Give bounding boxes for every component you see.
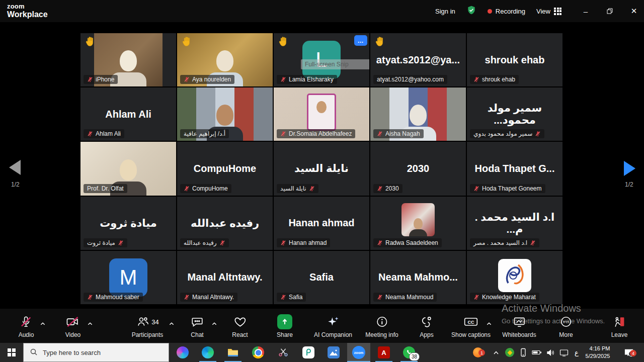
participant-tile-2030[interactable]: 20302030	[370, 142, 466, 195]
orange-dot-icon: 1	[473, 347, 483, 357]
sparkle-icon	[326, 314, 340, 329]
taskbar-snipping-tool-button[interactable]	[272, 343, 295, 362]
toolbar-show-captions-button[interactable]: CCShow captions	[451, 314, 491, 338]
taskbar-acrobat-button[interactable]: A	[372, 343, 395, 362]
participant-tile-compuhome[interactable]: CompuHomeCompuHome	[177, 142, 273, 195]
participant-label-text: atyat.s2012@yahoo.com	[377, 76, 444, 83]
toolbar-ai-companion-button[interactable]: AI Companion	[314, 314, 352, 338]
participant-label-text: أ.د/ إبراهيم عافية	[184, 130, 225, 137]
toolbar-audio-caret[interactable]	[40, 319, 46, 328]
start-button[interactable]	[0, 343, 23, 362]
tray-notification-orange[interactable]: 1	[470, 343, 486, 362]
participant-tile-safia[interactable]: SafiaSafia	[274, 251, 369, 304]
tray-clock[interactable]: 4:16 PM5/29/2025	[586, 345, 610, 360]
participant-tile-ahlam-ali[interactable]: Ahlam AliAhlam Ali	[80, 87, 176, 141]
taskbar-copilot-button[interactable]	[171, 343, 194, 362]
participant-tile-shrouk-ehab[interactable]: shrouk ehabshrouk ehab	[467, 33, 562, 86]
toolbar-whiteboards-button[interactable]: Whiteboards	[502, 314, 536, 338]
restore-button[interactable]	[605, 6, 615, 16]
previous-page-arrow[interactable]	[9, 160, 21, 175]
view-button[interactable]: View	[536, 8, 561, 15]
participant-label: Radwa Saadeldeen	[373, 238, 442, 247]
leave-icon	[612, 314, 626, 329]
taskbar-whatsapp-badge: 38	[409, 352, 420, 361]
participant-label: Lamia Elsharaky	[277, 75, 337, 84]
participant-tile-mayada-tharwat[interactable]: ميادة ثروتميادة ثروت	[80, 197, 176, 250]
language-indicator: ع	[575, 349, 579, 356]
participant-tile-rafida-abdallah[interactable]: رفيده عبداللهرفيده عبدالله	[177, 197, 273, 250]
toolbar-participants-button[interactable]: 34Participants	[132, 314, 164, 338]
participant-tile-somaia-abdelhafeez[interactable]: Dr.Somaia Abdelhafeez	[274, 87, 369, 141]
participant-label: رفيده عبدالله	[180, 238, 229, 247]
search-icon	[30, 348, 38, 357]
participant-label-text: Manal Altntawy.	[192, 294, 234, 301]
tile-options-button[interactable]: …	[354, 35, 367, 46]
toolbar-apps-button[interactable]: Apps	[420, 314, 433, 338]
participant-label: أ.د/ إبراهيم عافية	[180, 129, 229, 138]
minimize-button[interactable]: –	[581, 6, 591, 16]
participant-tile-hanan-ahmad[interactable]: Hanan ahmadHanan ahmad	[274, 197, 369, 250]
toolbar-participants-caret[interactable]	[169, 319, 175, 328]
toolbar-more-button[interactable]: More	[559, 314, 573, 338]
participant-tile-radwa-saadeldeen[interactable]: Radwa Saadeldeen	[370, 197, 466, 250]
toolbar-video-caret[interactable]	[88, 319, 93, 328]
antivirus-icon	[505, 348, 514, 357]
participant-tile-samir-mawlid[interactable]: سمير مولد محمود...سمير مولد محمود بدوي	[467, 87, 562, 141]
participant-tile-lamia-elsharaky[interactable]: L…Full-screen SnipLamia Elsharaky	[274, 33, 369, 86]
toolbar-show-captions-caret[interactable]	[487, 319, 492, 328]
taskbar-photos-button[interactable]	[322, 343, 345, 362]
close-button[interactable]: ✕	[629, 6, 639, 16]
participant-tile-atyat[interactable]: atyat.s2012@ya...atyat.s2012@yahoo.com	[370, 33, 466, 86]
muted-mic-icon	[377, 186, 383, 192]
tray-clock[interactable]: 4:16 PM5/29/2025	[579, 343, 617, 362]
participant-label: ميادة ثروت	[84, 238, 127, 247]
taskbar-edge-button[interactable]	[196, 343, 219, 362]
toolbar-meeting-info-button[interactable]: Meeting info	[365, 314, 398, 338]
participant-label-text: iPhone	[96, 76, 114, 83]
participant-tile-aya-nourelden[interactable]: Aya nourelden	[177, 33, 273, 86]
info-icon	[375, 314, 388, 329]
participant-tile-naila-elsayed[interactable]: نايلة السيدنايلة السيد	[274, 142, 369, 195]
taskbar-padlet-button[interactable]	[297, 343, 320, 362]
toolbar-audio-button[interactable]: Audio	[19, 314, 34, 338]
taskbar-zoom-button[interactable]: zoom	[347, 343, 370, 362]
taskbar-chrome-button[interactable]	[247, 343, 270, 362]
participant-label: Mahmoud saber	[84, 293, 143, 302]
participant-tile-knowledge-maharat[interactable]: Knowledge Maharat	[467, 251, 562, 304]
toolbar-chat-caret[interactable]	[212, 319, 217, 328]
participant-tile-elsayed-mohamed[interactable]: ا.د السيد محمد . م...ا.د السيد محمد . مص…	[467, 197, 562, 250]
taskbar-search-input[interactable]: Type here to search	[23, 343, 169, 362]
next-page-arrow[interactable]	[624, 161, 635, 176]
notification-icon: 44	[623, 348, 634, 357]
taskbar-file-explorer-button[interactable]	[221, 343, 245, 362]
participant-tile-manal-altntawy[interactable]: Manal Altntawy.Manal Altntawy.	[177, 251, 273, 304]
participant-tile-iphone[interactable]: iPhone	[80, 33, 176, 86]
participant-tile-prof-olfat[interactable]: Prof. Dr. Olfat	[80, 142, 176, 195]
participant-gallery: iPhoneAya noureldenL…Full-screen SnipLam…	[80, 33, 562, 304]
toolbar-chat-button[interactable]: Chat	[191, 314, 204, 338]
participant-tile-aisha-nagah[interactable]: Aisha Nagah	[370, 87, 466, 141]
toolbar-video-button[interactable]: Video	[65, 314, 80, 338]
participant-label: Aisha Nagah	[373, 129, 424, 138]
toolbar-leave-button[interactable]: Leave	[611, 314, 628, 338]
toolbar-share-button[interactable]: Share	[277, 314, 293, 338]
toolbar-react-button[interactable]: React	[232, 314, 248, 338]
muted-mic-icon	[280, 240, 286, 246]
participant-tile-hoda-thapet[interactable]: Hoda Thapet G...Hoda Thapet Goneem	[467, 142, 562, 195]
sign-in-button[interactable]: Sign in	[435, 8, 455, 15]
participant-label-text: نايلة السيد	[280, 185, 306, 192]
participant-label: ا.د السيد محمد . مصر	[470, 238, 539, 247]
participant-label-text: Neama Mahmoud	[385, 294, 433, 301]
participant-tile-ibrahim-afia[interactable]: أ.د/ إبراهيم عافية	[177, 87, 273, 141]
taskbar-whatsapp-button[interactable]: 38	[397, 343, 421, 362]
participant-label: Ahlam Ali	[84, 129, 124, 138]
tray-action-center[interactable]: 44	[621, 343, 637, 362]
toolbar-more-label: More	[559, 331, 573, 338]
participant-tile-neama-mahmoud[interactable]: Neama Mahmo...Neama Mahmoud	[370, 251, 466, 304]
gallery-view-icon	[554, 8, 561, 15]
security-shield-icon[interactable]	[466, 5, 476, 17]
muted-mic-icon	[309, 186, 315, 192]
participant-tile-mahmoud-saber[interactable]: MMahmoud saber	[80, 251, 176, 304]
participant-label-text: shrouk ehab	[482, 76, 515, 83]
muted-mic-icon	[219, 240, 225, 246]
